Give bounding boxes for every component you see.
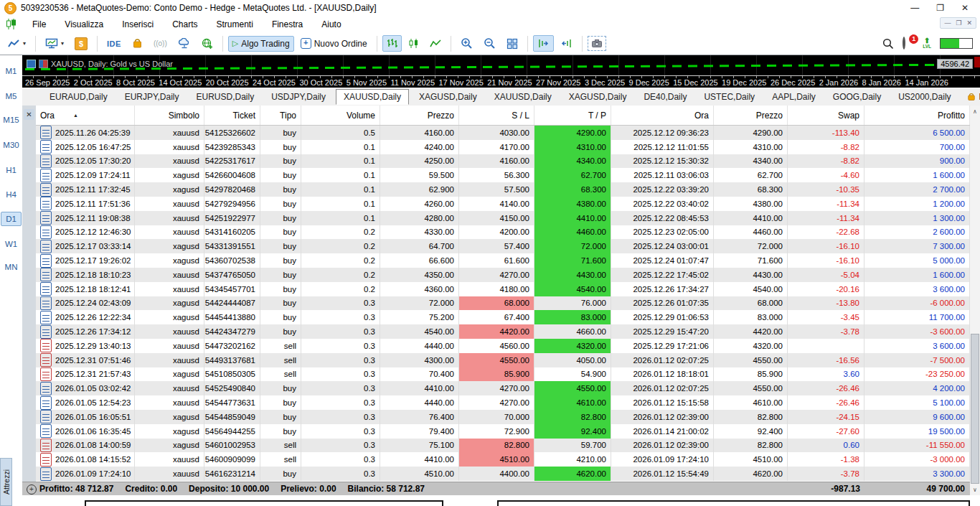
algo-trading-button[interactable]: ▷ Algo Trading [228,36,294,52]
table-row[interactable]: 2025.12.17 19:26:02xagusd54360702538buy0… [36,253,970,268]
table-row[interactable]: 2025.12.31 21:57:43xagusd54510850305sell… [36,367,970,382]
notifications-button[interactable]: 1 [903,38,914,50]
tab-xauusd-daily[interactable]: XAUUSD,Daily [487,89,559,105]
candlestick-mode-button[interactable] [404,35,423,52]
column-header-ora-close[interactable]: Ora [611,106,714,125]
table-row[interactable]: 2025.12.29 13:40:13xauusd54473202162sell… [36,339,970,353]
table-row[interactable]: 2025.12.11 19:08:38xauusd54251922977buy0… [36,211,970,225]
table-row[interactable]: 2026.01.09 17:24:10xauusd54616231214buy0… [36,467,970,481]
timeframe-h1[interactable]: H1 [1,163,22,177]
menu-item-finestra[interactable]: Finestra [263,17,312,32]
tab-usdjpy-daily[interactable]: USDJPY,Daily [264,89,333,105]
tile-windows-button[interactable] [502,35,522,52]
timeframe-d1[interactable]: D1 [1,212,22,226]
menu-item-charts[interactable]: Charts [163,17,207,32]
shift-end-button[interactable] [533,35,554,52]
chart-profile-button[interactable]: ▾ [4,36,30,52]
column-header-sl[interactable]: S / L [459,106,534,125]
menu-item-aiuto[interactable]: Aiuto [312,17,350,32]
scroll-down-arrow[interactable]: ∨ [970,484,980,495]
timeframe-m30[interactable]: M30 [1,138,22,152]
market-bag-button[interactable] [128,35,147,52]
child-close-button[interactable]: ✕ [966,19,972,27]
child-restore-button[interactable]: ❐ [956,19,961,27]
menu-item-inserisci[interactable]: Inserisci [113,17,163,32]
chart-area[interactable]: XAUUSD, Daily: Gold vs US Dollar 4596.42 [22,55,980,75]
table-row[interactable]: 2025.12.26 17:34:12xauusd54424347279buy0… [36,324,970,339]
table-row[interactable]: 2026.01.05 12:54:23xauusd54544773631buy0… [36,395,970,410]
shift-begin-button[interactable] [556,35,577,52]
ide-button[interactable]: IDE [103,37,126,51]
menu-item-file[interactable]: File [23,17,55,32]
tab-eurjpy-daily[interactable]: EURJPY,Daily [118,89,187,105]
tab-market[interactable]: Market [961,89,980,105]
table-row[interactable]: 2025.12.18 18:10:23xauusd54374765050buy0… [36,268,970,282]
table-row[interactable]: 2025.12.24 02:43:09xagusd54424444087buy0… [36,296,970,311]
timeframe-m5[interactable]: M5 [1,89,22,103]
column-header-ora[interactable]: Ora▲ [36,106,135,125]
tab-xauusd-daily[interactable]: XAUUSD,Daily [336,89,409,105]
scrollbar-thumb[interactable] [971,334,979,484]
tab-us2000-daily[interactable]: US2000,Daily [891,89,958,105]
timeframe-h4[interactable]: H4 [1,187,22,202]
menu-item-visualizza[interactable]: Visualizza [55,17,113,32]
chart-window-button[interactable]: ▾ [41,35,68,52]
table-row[interactable]: 2025.12.11 17:51:36xauusd54279294956buy0… [36,197,970,211]
timeframe-m15[interactable]: M15 [1,113,22,127]
maximize-button[interactable]: ❐ [936,3,944,13]
column-header-simbolo[interactable]: Simbolo [135,106,204,125]
table-row[interactable]: 2026.01.05 03:02:42xauusd54525490840buy0… [36,381,970,395]
table-row[interactable]: 2025.12.09 17:24:11xagusd54266004608buy0… [36,168,970,182]
column-header-tp[interactable]: T / P [534,106,611,125]
table-row[interactable]: 2025.12.05 16:47:25xauusd54239285343buy0… [36,140,970,154]
timeframe-m1[interactable]: M1 [1,64,22,78]
search-icon[interactable] [882,38,894,50]
timeframe-mn[interactable]: MN [1,260,22,274]
table-scrollbar[interactable]: ∧ ∨ [970,106,980,495]
table-row[interactable]: 2025.12.26 12:22:34xagusd54454413880buy0… [36,310,970,324]
table-row[interactable]: 2026.01.08 14:15:52xauusd54600909099sell… [36,452,970,467]
toolbox-panel-tab[interactable]: Attrezzi [0,458,12,506]
child-minimize-button[interactable]: — [944,19,951,27]
table-row[interactable]: 2025.12.12 12:46:30xauusd54314160205buy0… [36,225,970,240]
table-row[interactable]: 2026.01.08 14:00:59xagusd54601002953sell… [36,439,970,453]
broadcast-button[interactable] [197,35,217,52]
table-row[interactable]: 2025.12.31 07:51:46xauusd54493137681sell… [36,353,970,367]
table-row[interactable]: 2025.11.26 04:25:39xauusd54125326602buy0… [36,126,970,140]
table-row[interactable]: 2026.01.05 16:05:51xagusd54544859049buy0… [36,410,970,424]
deposit-button[interactable]: $ [70,34,92,53]
column-header-prezzo[interactable]: Prezzo [380,106,459,125]
timeframe-w1[interactable]: W1 [1,237,22,251]
minimize-button[interactable]: — [910,3,919,13]
table-row[interactable]: 2026.01.06 16:35:45xagusd54564944255buy0… [36,424,970,439]
zoom-out-button[interactable] [479,34,500,52]
column-header-volume[interactable]: Volume [301,106,380,125]
tab-xagusd-daily[interactable]: XAGUSD,Daily [562,89,634,105]
close-button[interactable]: ✕ [961,3,969,13]
tab-ustec-daily[interactable]: USTEC,Daily [697,89,762,105]
tab-xagusd-daily[interactable]: XAGUSD,Daily [412,89,484,105]
tab-de40-daily[interactable]: DE40,Daily [636,89,694,105]
table-row[interactable]: 2025.12.18 18:12:41xauusd54345457701buy0… [36,282,970,296]
cloud-button[interactable] [174,35,195,52]
column-header-ticket[interactable]: Ticket [204,106,260,125]
screenshot-button[interactable] [588,36,606,51]
new-order-button[interactable]: + Nuovo Ordine [296,35,372,52]
signals-button[interactable]: ((o)) [149,37,171,50]
line-mode-button[interactable] [425,36,446,52]
table-row[interactable]: 2025.12.17 03:33:14xagusd54331391551buy0… [36,239,970,253]
close-panel-button[interactable]: ✕ [24,109,34,120]
tab-euraud-daily[interactable]: EURAUD,Daily [42,89,115,105]
tab-goog-daily[interactable]: GOOG,Daily [826,89,888,105]
column-header-prezzo-close[interactable]: Prezzo [714,106,788,125]
tab-aapl-daily[interactable]: AAPL,Daily [765,89,823,105]
zoom-in-button[interactable] [456,34,477,52]
column-header-tipo[interactable]: Tipo [260,106,301,125]
menu-item-strumenti[interactable]: Strumenti [207,17,263,32]
tab-eurusd-daily[interactable]: EURUSD,Daily [189,89,262,105]
table-row[interactable]: 2025.12.05 17:30:20xauusd54225317617buy0… [36,154,970,169]
bar-chart-mode-button[interactable] [382,35,402,52]
column-header-swap[interactable]: Swap [788,106,864,125]
column-header-profitto[interactable]: Profitto [864,106,970,125]
scroll-up-arrow[interactable]: ∧ [970,106,980,117]
